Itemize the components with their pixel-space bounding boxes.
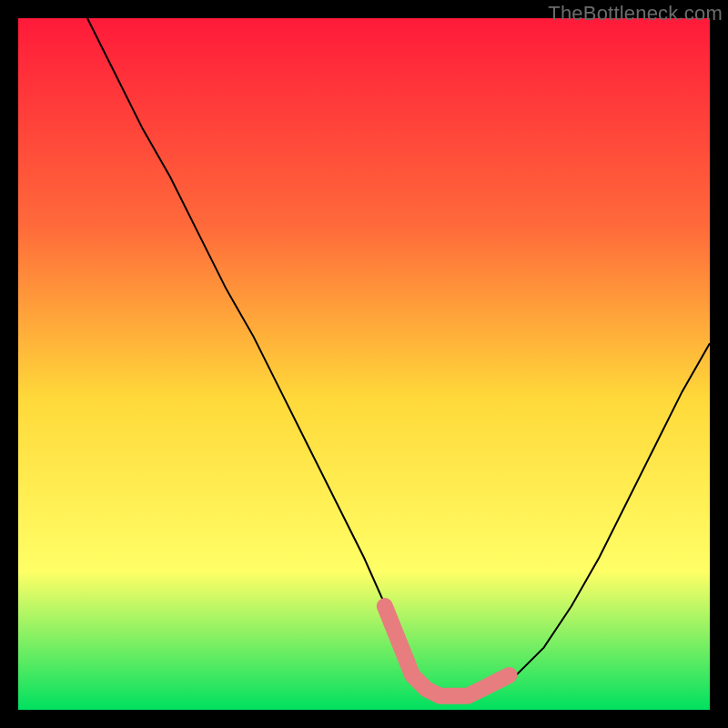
gradient-background [18,18,710,710]
bottleneck-chart [18,18,710,710]
watermark-text: TheBottleneck.com [548,2,723,25]
